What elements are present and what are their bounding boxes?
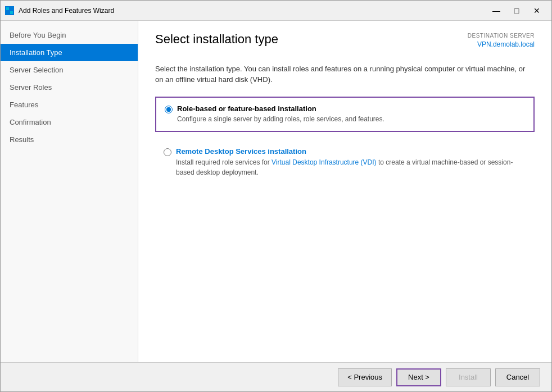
main-header: Select installation type DESTINATION SER…	[138, 21, 551, 55]
page-title: Select installation type	[155, 32, 278, 47]
window-controls: — □ ✕	[486, 3, 547, 19]
sidebar-item-server-selection[interactable]: Server Selection	[1, 61, 138, 79]
option-rds-content: Remote Desktop Services installation Ins…	[176, 147, 526, 177]
maximize-button[interactable]: □	[506, 3, 527, 19]
rds-desc-vdi: Virtual Desktop Infrastructure (VDI)	[272, 158, 377, 166]
window-title: Add Roles and Features Wizard	[19, 7, 486, 15]
option-rds-desc: Install required role services for Virtu…	[176, 157, 526, 177]
rds-desc-text1: Install required role services for	[176, 158, 272, 166]
sidebar-item-results: Results	[1, 131, 138, 148]
minimize-button[interactable]: —	[486, 3, 506, 19]
close-button[interactable]: ✕	[527, 3, 547, 19]
radio-remote-desktop[interactable]	[164, 148, 171, 156]
option-role-based-title: Role-based or feature-based installation	[177, 104, 384, 113]
previous-button[interactable]: < Previous	[338, 368, 392, 386]
option-role-based[interactable]: Role-based or feature-based installation…	[155, 97, 535, 132]
description-text: Select the installation type. You can in…	[155, 63, 535, 85]
option-rds-title: Remote Desktop Services installation	[176, 147, 526, 156]
main-body: Select the installation type. You can in…	[138, 55, 551, 362]
svg-rect-0	[6, 7, 9, 10]
footer: < Previous Next > Install Cancel	[1, 362, 551, 391]
app-icon	[5, 6, 14, 15]
svg-rect-2	[6, 11, 9, 14]
sidebar-item-before-you-begin[interactable]: Before You Begin	[1, 26, 138, 44]
svg-rect-3	[10, 11, 13, 14]
cancel-button[interactable]: Cancel	[495, 368, 540, 386]
destination-server-info: DESTINATION SERVER VPN.demolab.local	[468, 32, 535, 49]
main-content: Select installation type DESTINATION SER…	[138, 21, 551, 362]
next-button[interactable]: Next >	[396, 368, 441, 386]
radio-role-based[interactable]	[165, 106, 173, 113]
destination-label: DESTINATION SERVER	[468, 32, 535, 40]
option-role-based-content: Role-based or feature-based installation…	[177, 104, 384, 124]
option-remote-desktop[interactable]: Remote Desktop Services installation Ins…	[155, 140, 535, 184]
sidebar-item-server-roles: Server Roles	[1, 79, 138, 96]
title-bar: Add Roles and Features Wizard — □ ✕	[1, 1, 551, 21]
content-area: Before You Begin Installation Type Serve…	[1, 21, 551, 362]
sidebar: Before You Begin Installation Type Serve…	[1, 21, 138, 362]
sidebar-item-confirmation: Confirmation	[1, 113, 138, 131]
wizard-window: Add Roles and Features Wizard — □ ✕ Befo…	[0, 0, 552, 392]
install-button[interactable]: Install	[446, 368, 491, 386]
sidebar-item-features: Features	[1, 96, 138, 113]
svg-rect-1	[10, 7, 13, 10]
server-name: VPN.demolab.local	[468, 40, 535, 49]
sidebar-item-installation-type[interactable]: Installation Type	[1, 44, 138, 61]
option-role-based-desc: Configure a single server by adding role…	[177, 115, 384, 124]
